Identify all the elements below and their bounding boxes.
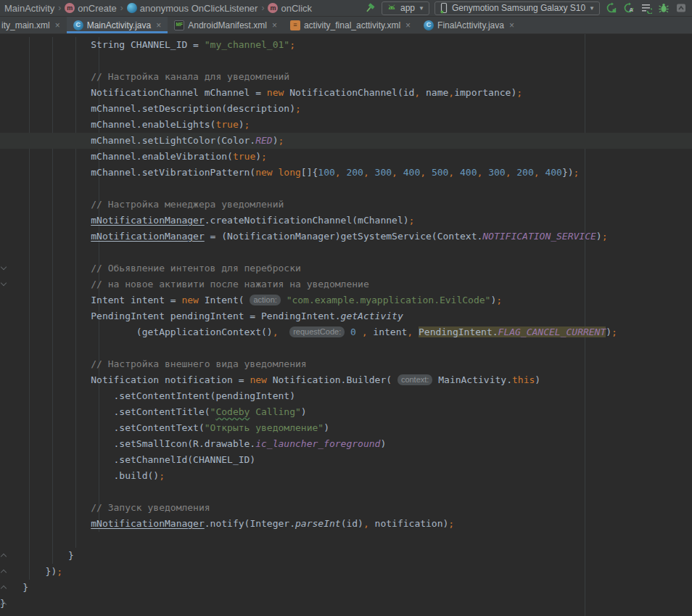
- code-token: .setContentIntent(pendingIntent): [0, 390, 295, 401]
- code-line[interactable]: .setContentIntent(pendingIntent): [0, 388, 692, 404]
- code-token: // Настройка канала для уведомлений: [0, 71, 289, 82]
- code-token: }): [562, 167, 574, 178]
- code-token: ic_launcher_foreground: [255, 438, 380, 449]
- build-hammer-icon[interactable]: [363, 1, 376, 15]
- code-line[interactable]: mNotificationManager.notify(Integer.pars…: [0, 516, 692, 532]
- code-token: [356, 327, 362, 337]
- code-line[interactable]: .setChannelId(CHANNEL_ID): [0, 452, 692, 468]
- close-tab-icon[interactable]: ×: [405, 20, 411, 30]
- code-line[interactable]: // Обьявление интентов для переброски: [0, 260, 692, 276]
- rerun-icon[interactable]: [605, 1, 618, 15]
- code-token: [482, 167, 488, 178]
- code-line[interactable]: [0, 245, 692, 260]
- code-token: [345, 327, 350, 337]
- code-line[interactable]: (getApplicationContext(), requestCode: 0…: [0, 324, 692, 340]
- code-line[interactable]: String CHANNEL_ID = "my_channel_01";: [0, 37, 692, 53]
- code-line[interactable]: NotificationChannel mChannel = new Notif…: [0, 85, 692, 101]
- code-line[interactable]: .setContentText("Открыть уведомление"): [0, 420, 692, 436]
- code-token: []{: [301, 167, 318, 178]
- code-line[interactable]: }: [0, 548, 692, 564]
- code-line[interactable]: [0, 532, 692, 548]
- code-line[interactable]: });: [0, 564, 692, 580]
- code-line[interactable]: // Настройка канала для уведомлений: [0, 69, 692, 85]
- code-line[interactable]: [0, 181, 692, 197]
- code-line[interactable]: mChannel.setVibrationPattern(new long[]{…: [0, 165, 692, 181]
- tab-activity_final_acttivity.xml[interactable]: ≡activity_final_acttivity.xml×: [284, 17, 417, 33]
- code-line[interactable]: // Запуск уведомления: [0, 500, 692, 516]
- code-token: ;: [289, 39, 295, 50]
- code-token: Intent(: [199, 295, 250, 305]
- run-configuration-select[interactable]: app ▼: [382, 1, 429, 15]
- code-line[interactable]: mNotificationManager.createNotificationC…: [0, 213, 692, 229]
- code-token: (getApplicationContext(): [0, 327, 273, 337]
- code-line[interactable]: }: [0, 596, 692, 612]
- code-line[interactable]: [0, 53, 692, 69]
- apply-code-changes-icon[interactable]: [640, 1, 653, 15]
- code-line[interactable]: Notification notification = new Notifica…: [0, 372, 692, 388]
- code-line[interactable]: }: [0, 580, 692, 596]
- code-token: ;: [611, 327, 617, 337]
- code-token: ,: [534, 167, 540, 178]
- code-token: ,: [363, 167, 369, 178]
- close-tab-icon[interactable]: ×: [272, 20, 277, 30]
- code-token: [279, 327, 290, 337]
- code-token: .setChannelId(CHANNEL_ID): [0, 454, 255, 465]
- code-token: String CHANNEL_ID =: [0, 39, 205, 50]
- code-token: ): [239, 119, 244, 130]
- code-line[interactable]: mNotificationManager = (NotificationMana…: [0, 229, 692, 245]
- chevron-down-icon: ▼: [419, 5, 424, 12]
- code-line[interactable]: .build();: [0, 468, 692, 484]
- code-line[interactable]: [0, 340, 692, 356]
- code-token: "my_channel_01": [205, 39, 289, 50]
- code-token: // на новое активити после нажатия на ув…: [0, 279, 369, 289]
- code-token: mChannel.setVibrationPattern(: [0, 167, 255, 178]
- code-line-current[interactable]: mChannel.setLightColor(Color.RED);: [0, 133, 692, 149]
- code-line[interactable]: Intent intent = new Intent( action: "com…: [0, 292, 692, 308]
- profiler-icon[interactable]: [675, 1, 688, 15]
- close-tab-icon[interactable]: ×: [55, 20, 60, 30]
- code-area[interactable]: String CHANNEL_ID = "my_channel_01"; // …: [0, 37, 692, 612]
- breadcrumb-item[interactable]: monClick: [266, 3, 313, 14]
- code-token: // Обьявление интентов для переброски: [0, 263, 301, 274]
- code-token: mChannel.setLightColor(Color.: [0, 135, 255, 146]
- device-selector-label: Genymotion Samsung Galaxy S10: [452, 3, 585, 13]
- tab-FinalActtivity.java[interactable]: CFinalActtivity.java×: [417, 17, 521, 33]
- code-line[interactable]: mChannel.enableVibration(true);: [0, 149, 692, 165]
- code-line[interactable]: PendingIntent pendingIntent = PendingInt…: [0, 308, 692, 324]
- code-token: 100: [318, 167, 334, 178]
- tab-MainActivity.java[interactable]: CMainActivity.java×: [67, 17, 168, 33]
- code-editor[interactable]: String CHANNEL_ID = "my_channel_01"; // …: [0, 34, 692, 616]
- close-tab-icon[interactable]: ×: [156, 20, 161, 30]
- debug-icon[interactable]: [657, 1, 670, 15]
- breadcrumb-label: anonymous OnClickListener: [140, 3, 258, 14]
- code-token: // Настройка менеджера уведомлений: [0, 199, 284, 210]
- code-line[interactable]: mChannel.setDescription(description);: [0, 101, 692, 117]
- breadcrumb-item[interactable]: monCreate: [63, 3, 118, 14]
- code-token: .setContentTitle(: [0, 406, 210, 417]
- breadcrumb-item[interactable]: anonymous OnClickListener: [125, 3, 260, 14]
- code-token: ,: [335, 167, 341, 178]
- manifest-icon: MF: [174, 20, 184, 30]
- code-token: new: [255, 167, 272, 178]
- breadcrumb-item[interactable]: MainActivity: [3, 3, 56, 14]
- apply-changes-icon[interactable]: A: [622, 1, 635, 15]
- code-token: ,: [448, 87, 454, 98]
- tab-AndroidManifest.xml[interactable]: MFAndroidManifest.xml×: [168, 17, 284, 33]
- device-selector[interactable]: Genymotion Samsung Galaxy S10 ▼: [434, 1, 600, 15]
- code-line[interactable]: [0, 484, 692, 500]
- tab-ity_main.xml[interactable]: ity_main.xml×: [0, 17, 67, 33]
- code-line[interactable]: // на новое активити после нажатия на ув…: [0, 276, 692, 292]
- code-token: mChannel.setDescription(description): [0, 103, 295, 114]
- code-token: Calling": [250, 406, 300, 417]
- code-line[interactable]: .setContentTitle("Codeby Calling"): [0, 404, 692, 420]
- code-line[interactable]: .setSmallIcon(R.drawable.ic_launcher_for…: [0, 436, 692, 452]
- code-line[interactable]: // Настройка внешнего вида уведомления: [0, 356, 692, 372]
- code-token: 200: [346, 167, 363, 178]
- code-token: intent: [368, 327, 408, 337]
- code-token: [426, 167, 432, 178]
- code-line[interactable]: // Настройка менеджера уведомлений: [0, 197, 692, 213]
- close-tab-icon[interactable]: ×: [509, 20, 514, 30]
- code-token: (id): [341, 518, 363, 529]
- code-token: NotificationChannel(id: [284, 87, 414, 98]
- code-line[interactable]: mChannel.enableLights(true);: [0, 117, 692, 133]
